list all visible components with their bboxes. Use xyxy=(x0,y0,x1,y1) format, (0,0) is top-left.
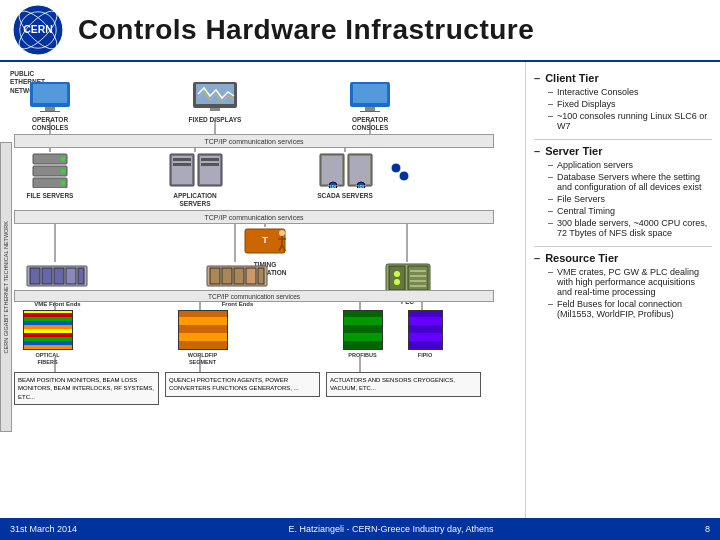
fixed-displays: FIXED DISPLAYS xyxy=(185,80,245,124)
svg-point-62 xyxy=(394,271,400,277)
resource-item-1: Feld Buses for local connection (Mil1553… xyxy=(548,299,712,319)
svg-rect-15 xyxy=(360,111,380,112)
app-servers: APPLICATION SERVERS xyxy=(160,152,230,208)
svg-rect-33 xyxy=(350,156,370,184)
svg-rect-66 xyxy=(410,280,426,282)
fipio: FIPIO xyxy=(405,310,445,359)
server-item-0: Application servers xyxy=(548,160,712,170)
client-item-2: ~100 consoles running Linux SLC6 or W7 xyxy=(548,111,712,131)
scada-servers: OPC OPC SCADA SERVERS xyxy=(310,152,380,200)
svg-rect-56 xyxy=(234,268,244,284)
display-icon xyxy=(190,80,240,112)
worldfip-icon xyxy=(205,262,270,290)
resource-tier-title: Resource Tier xyxy=(534,252,712,264)
cern-logo: CERN xyxy=(12,4,64,56)
resource-item-0: VME crates, PC GW & PLC dealing with hig… xyxy=(548,267,712,297)
worldfip-segment: WORLDFIPSEGMENT xyxy=(175,310,230,365)
right-panel: Client Tier Interactive Consoles Fixed D… xyxy=(525,62,720,540)
technical-network-label: CERN GIGABIT ETHERNET TECHNICAL NETWORK xyxy=(0,142,12,432)
op-consoles-1: OPERATOR CONSOLES xyxy=(20,80,80,132)
server-tier-section: Server Tier Application servers Database… xyxy=(534,145,712,238)
resource-tier-items: VME crates, PC GW & PLC dealing with hig… xyxy=(534,267,712,319)
server-icon-1 xyxy=(25,152,75,188)
footer-page: 8 xyxy=(705,524,710,534)
tcpip-bar-2: TCP/IP communication services xyxy=(14,210,494,224)
server-tier-items: Application servers Database Servers whe… xyxy=(534,160,712,238)
svg-rect-26 xyxy=(173,158,191,161)
optical-fibers: OPTICALFIBERS xyxy=(20,310,75,365)
svg-rect-31 xyxy=(322,156,342,184)
actuators-box: ACTUATORS AND SENSORS CRYOGENICS, VACUUM… xyxy=(326,372,481,397)
resource-tier-section: Resource Tier VME crates, PC GW & PLC de… xyxy=(534,252,712,319)
client-item-1: Fixed Displays xyxy=(548,99,712,109)
client-tier-title: Client Tier xyxy=(534,72,712,84)
main-content: PUBLICETHERNETNETWORK CERN GIGABIT ETHER… xyxy=(0,62,720,540)
server-tier-title: Server Tier xyxy=(534,145,712,157)
client-tier-section: Client Tier Interactive Consoles Fixed D… xyxy=(534,72,712,131)
svg-rect-58 xyxy=(258,268,264,284)
svg-rect-50 xyxy=(54,268,64,284)
op-consoles-2: OPERATOR CONSOLES xyxy=(340,80,400,132)
svg-rect-65 xyxy=(410,275,426,277)
quench-box: QUENCH PROTECTION AGENTS, POWER CONVERTE… xyxy=(165,372,320,397)
svg-rect-67 xyxy=(410,285,426,287)
vme-icon xyxy=(25,262,90,290)
svg-text:T: T xyxy=(262,235,268,245)
timing-icon: T xyxy=(240,227,290,257)
page-title: Controls Hardware Infrastructure xyxy=(78,14,534,46)
svg-point-63 xyxy=(394,279,400,285)
svg-point-42 xyxy=(279,230,285,236)
page-footer: 31st March 2014 E. Hatziangeli - CERN-Gr… xyxy=(0,518,720,540)
svg-point-19 xyxy=(61,157,65,161)
svg-rect-29 xyxy=(201,163,219,166)
svg-point-20 xyxy=(61,169,65,173)
beam-pos-box: BEAM POSITION MONITORS, BEAM LOSS MONITO… xyxy=(14,372,159,405)
client-tier-items: Interactive Consoles Fixed Displays ~100… xyxy=(534,87,712,131)
svg-point-21 xyxy=(61,181,65,185)
server-icon-2 xyxy=(165,152,225,188)
server-item-4: 300 blade servers, ~4000 CPU cores, 72 T… xyxy=(548,218,712,238)
svg-rect-28 xyxy=(201,158,219,161)
divider-2 xyxy=(534,246,712,247)
svg-rect-14 xyxy=(365,107,375,111)
svg-rect-7 xyxy=(45,107,55,111)
svg-rect-64 xyxy=(410,270,426,272)
svg-rect-51 xyxy=(66,268,76,284)
connection-dots xyxy=(390,162,410,186)
client-item-0: Interactive Consoles xyxy=(548,87,712,97)
svg-rect-13 xyxy=(353,84,387,103)
svg-rect-11 xyxy=(210,108,220,111)
svg-rect-57 xyxy=(246,268,256,284)
diagram-area: PUBLICETHERNETNETWORK CERN GIGABIT ETHER… xyxy=(0,62,525,540)
svg-rect-52 xyxy=(78,268,84,284)
footer-date: 31st March 2014 xyxy=(10,524,77,534)
svg-point-39 xyxy=(399,171,409,181)
svg-text:CERN: CERN xyxy=(23,24,52,35)
monitor-icon-1 xyxy=(25,80,75,112)
footer-event: E. Hatziangeli - CERN-Greece Industry da… xyxy=(289,524,494,534)
svg-rect-60 xyxy=(389,266,405,290)
server-item-1: Database Servers where the setting and c… xyxy=(548,172,712,192)
svg-rect-55 xyxy=(222,268,232,284)
tcpip-bar-3: TCP/IP communication services xyxy=(14,290,494,302)
tcpip-bar-1: TCP/IP communication services xyxy=(14,134,494,148)
svg-rect-27 xyxy=(173,163,191,166)
page-header: CERN Controls Hardware Infrastructure xyxy=(0,0,720,62)
file-servers: FILE SERVERS xyxy=(20,152,80,200)
server-item-3: Central Timing xyxy=(548,206,712,216)
svg-text:OPC: OPC xyxy=(356,184,367,188)
profibus: PROFIBUS xyxy=(340,310,385,359)
scada-icon: OPC OPC xyxy=(315,152,375,188)
monitor-icon-2 xyxy=(345,80,395,112)
svg-point-38 xyxy=(391,163,401,173)
server-item-2: File Servers xyxy=(548,194,712,204)
svg-rect-8 xyxy=(40,111,60,112)
divider-1 xyxy=(534,139,712,140)
svg-rect-54 xyxy=(210,268,220,284)
svg-text:OPC: OPC xyxy=(328,184,339,188)
svg-rect-49 xyxy=(42,268,52,284)
svg-rect-48 xyxy=(30,268,40,284)
svg-rect-6 xyxy=(33,84,67,103)
